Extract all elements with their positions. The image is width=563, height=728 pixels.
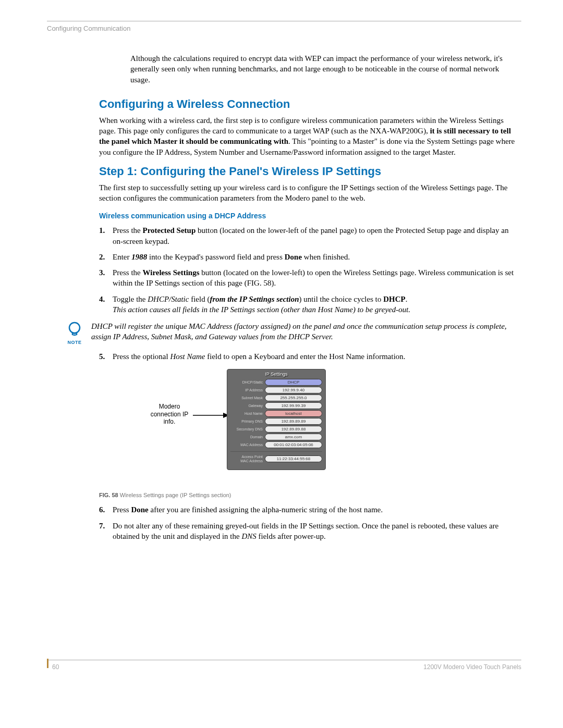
ip-row-value: 192.99.9.40 bbox=[265, 387, 322, 393]
ip-row-value: 00:01:02:03:04:05:06 bbox=[265, 441, 322, 448]
ip-row: DHCP/StaticDHCP bbox=[230, 379, 322, 386]
ip-row-label: IP Address bbox=[230, 388, 265, 392]
ip-ap-value: 11:22:33:44:55:68 bbox=[265, 455, 322, 462]
svg-point-0 bbox=[69, 323, 80, 333]
ip-row-value: 255.255.255.0 bbox=[265, 394, 322, 401]
ip-settings-panel: IP Settings DHCP/StaticDHCPIP Address192… bbox=[227, 369, 326, 470]
paragraph-step1: The first step to successfully setting u… bbox=[99, 182, 516, 204]
step-4: 4. Toggle the DHCP/Static field (from th… bbox=[99, 294, 516, 315]
lightbulb-icon bbox=[65, 320, 84, 339]
ip-row: Host Namelocalhost bbox=[230, 410, 322, 417]
ip-row-value: 192.89.89.89 bbox=[265, 418, 322, 425]
intro-paragraph: Although the calculations required to en… bbox=[130, 53, 516, 85]
ip-row: MAC Address00:01:02:03:04:05:06 bbox=[230, 441, 322, 448]
step-5: 5. Press the optional Host Name field to… bbox=[99, 351, 516, 362]
ip-row: Primary DNS192.89.89.89 bbox=[230, 418, 322, 425]
ip-row: Gateway192.99.99.39 bbox=[230, 402, 322, 409]
ip-row-label: MAC Address bbox=[230, 443, 265, 447]
step-2: 2. Enter 1988 into the Keypad's password… bbox=[99, 252, 516, 262]
ip-row-label: Host Name bbox=[230, 412, 265, 416]
footer-product: 1200V Modero Video Touch Panels bbox=[423, 663, 521, 671]
ip-row: Domainamx.com bbox=[230, 434, 322, 440]
ip-row-label: Domain bbox=[230, 435, 265, 439]
note-block: NOTE DHCP will register the unique MAC A… bbox=[65, 320, 516, 345]
ip-row: IP Address192.99.9.40 bbox=[230, 387, 322, 393]
ip-ap-label: Access Point MAC Address bbox=[230, 455, 265, 463]
step-7: 7. Do not alter any of these remaining g… bbox=[99, 521, 516, 542]
ip-row-value: 192.99.99.39 bbox=[265, 402, 322, 409]
ip-row: Subnet Mask255.255.255.0 bbox=[230, 394, 322, 401]
step-1: 1. Press the Protected Setup button (loc… bbox=[99, 225, 516, 246]
note-label: NOTE bbox=[65, 340, 84, 345]
footer: 60 1200V Modero Video Touch Panels bbox=[47, 657, 521, 671]
ip-row-label: Gateway bbox=[230, 404, 265, 408]
ip-panel-title: IP Settings bbox=[230, 372, 322, 377]
subheading-dhcp: Wireless communication using a DHCP Addr… bbox=[99, 212, 516, 220]
ip-row-label: Subnet Mask bbox=[230, 396, 265, 400]
ip-row-label: Secondary DNS bbox=[230, 427, 265, 431]
ip-row-label: Primary DNS bbox=[230, 419, 265, 424]
step-3: 3. Press the Wireless Settings button (l… bbox=[99, 267, 516, 289]
step-6: 6. Press Done after you are finished ass… bbox=[99, 504, 516, 515]
figure-caption: FIG. 58 Wireless Settings page (IP Setti… bbox=[99, 492, 516, 498]
header-section: Configuring Communication bbox=[47, 24, 521, 32]
note-text: DHCP will register the unique MAC Addres… bbox=[91, 320, 516, 342]
page-number: 60 bbox=[47, 663, 59, 671]
ip-row-value: amx.com bbox=[265, 434, 322, 440]
paragraph-wireless: When working with a wireless card, the f… bbox=[99, 115, 516, 157]
ip-row-value: localhost bbox=[265, 410, 322, 417]
ip-row-value: 192.89.89.88 bbox=[265, 426, 322, 433]
arrow-icon bbox=[193, 412, 229, 419]
ip-row-label: DHCP/Static bbox=[230, 380, 265, 385]
heading-step1: Step 1: Configuring the Panel's Wireless… bbox=[99, 165, 516, 178]
heading-wireless-connection: Configuring a Wireless Connection bbox=[99, 97, 516, 111]
figure-58: Modero connection IP info. IP Settings D… bbox=[99, 369, 516, 489]
ip-row-value: DHCP bbox=[265, 379, 322, 386]
ip-row: Secondary DNS192.89.89.88 bbox=[230, 426, 322, 433]
figure-callout: Modero connection IP info. bbox=[146, 403, 193, 425]
